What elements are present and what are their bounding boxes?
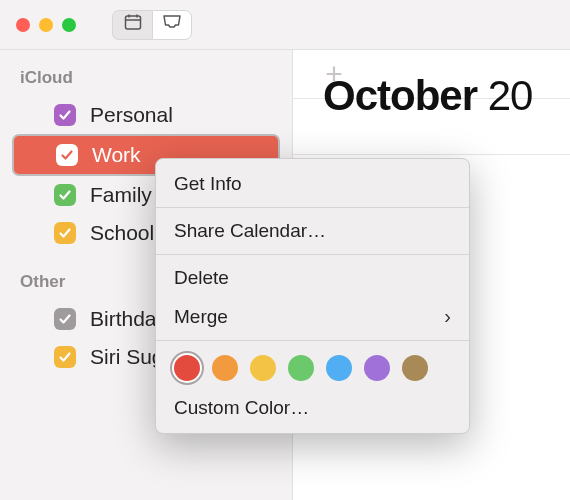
traffic-lights xyxy=(16,18,76,32)
menu-separator xyxy=(156,254,469,255)
menu-item-get-info[interactable]: Get Info xyxy=(156,165,469,203)
checkbox-icon[interactable] xyxy=(56,144,78,166)
menu-item-merge[interactable]: Merge › xyxy=(156,297,469,336)
window-titlebar xyxy=(0,0,570,50)
close-window-button[interactable] xyxy=(16,18,30,32)
inbox-button[interactable] xyxy=(152,10,192,40)
color-swatch-row xyxy=(156,345,469,389)
toolbar-segmented xyxy=(112,10,192,40)
color-swatch-green[interactable] xyxy=(288,355,314,381)
color-swatch-yellow[interactable] xyxy=(250,355,276,381)
calendar-icon xyxy=(124,13,142,36)
month-name: October xyxy=(323,72,477,119)
menu-separator xyxy=(156,340,469,341)
calendar-item-personal[interactable]: Personal xyxy=(6,96,286,134)
color-swatch-purple[interactable] xyxy=(364,355,390,381)
checkbox-icon[interactable] xyxy=(54,184,76,206)
menu-label: Merge xyxy=(174,306,228,328)
menu-item-custom-color[interactable]: Custom Color… xyxy=(156,389,469,427)
calendar-label: Family xyxy=(90,183,152,207)
svg-rect-0 xyxy=(125,16,140,29)
calendar-label: Work xyxy=(92,143,141,167)
color-swatch-brown[interactable] xyxy=(402,355,428,381)
context-menu: Get Info Share Calendar… Delete Merge › … xyxy=(155,158,470,434)
inbox-icon xyxy=(162,14,182,35)
menu-item-delete[interactable]: Delete xyxy=(156,259,469,297)
section-header-icloud: iCloud xyxy=(0,64,292,96)
month-year: 20 xyxy=(477,72,532,119)
menu-label: Custom Color… xyxy=(174,397,309,419)
menu-label: Delete xyxy=(174,267,229,289)
color-swatch-orange[interactable] xyxy=(212,355,238,381)
menu-label: Share Calendar… xyxy=(174,220,326,242)
month-title: October 20 xyxy=(323,72,532,120)
divider xyxy=(293,154,570,155)
calendar-label: Personal xyxy=(90,103,173,127)
calendar-view-button[interactable] xyxy=(112,10,152,40)
checkbox-icon[interactable] xyxy=(54,308,76,330)
chevron-right-icon: › xyxy=(444,305,451,328)
checkbox-icon[interactable] xyxy=(54,346,76,368)
checkbox-icon[interactable] xyxy=(54,104,76,126)
menu-label: Get Info xyxy=(174,173,242,195)
menu-separator xyxy=(156,207,469,208)
menu-item-share-calendar[interactable]: Share Calendar… xyxy=(156,212,469,250)
calendar-label: School xyxy=(90,221,154,245)
color-swatch-blue[interactable] xyxy=(326,355,352,381)
fullscreen-window-button[interactable] xyxy=(62,18,76,32)
color-swatch-red[interactable] xyxy=(174,355,200,381)
minimize-window-button[interactable] xyxy=(39,18,53,32)
checkbox-icon[interactable] xyxy=(54,222,76,244)
